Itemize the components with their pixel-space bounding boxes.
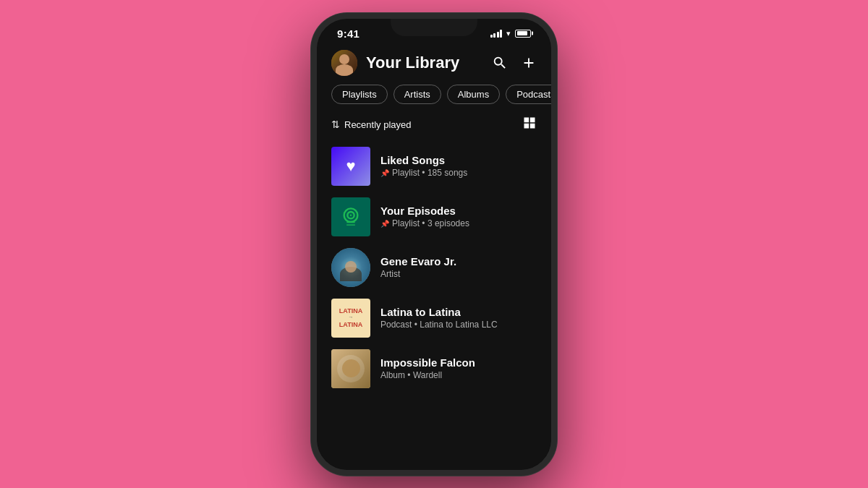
- your-episodes-name: Your Episodes: [380, 205, 537, 217]
- latina-sub: Podcast • Latina to Latina LLC: [380, 320, 537, 330]
- notch: [391, 19, 477, 36]
- impossible-falcon-meta: Album • Wardell: [380, 370, 442, 380]
- page-title: Your Library: [366, 53, 492, 72]
- impossible-falcon-art: [331, 349, 370, 388]
- signal-bars-icon: [490, 30, 503, 38]
- gene-evaro-art: [331, 248, 370, 287]
- gene-evaro-info: Gene Evaro Jr. Artist: [380, 255, 537, 279]
- latina-art-image: LATINA → LATINA: [331, 299, 370, 338]
- avatar-image: [331, 50, 357, 76]
- list-item[interactable]: LATINA → LATINA Latina to Latina Podcast…: [331, 293, 537, 343]
- library-header: Your Library: [317, 43, 551, 82]
- header-actions: [492, 55, 537, 71]
- liked-songs-art: ♥: [331, 147, 370, 186]
- heart-icon: ♥: [346, 157, 355, 176]
- status-icons: ▾: [490, 29, 532, 38]
- phone-screen: 9:41 ▾ Y: [317, 19, 551, 470]
- add-button[interactable]: [521, 55, 537, 71]
- falcon-art-image: [331, 349, 370, 388]
- status-time: 9:41: [337, 27, 359, 40]
- impossible-falcon-name: Impossible Falcon: [380, 356, 537, 369]
- filter-playlists[interactable]: Playlists: [331, 85, 388, 104]
- latina-info: Latina to Latina Podcast • Latina to Lat…: [380, 306, 537, 330]
- search-button[interactable]: [492, 55, 508, 71]
- latina-meta: Podcast • Latina to Latina LLC: [380, 320, 498, 330]
- avatar[interactable]: [331, 50, 357, 76]
- filter-row: Playlists Artists Albums Podcasts & Show…: [317, 82, 551, 113]
- filter-podcasts[interactable]: Podcasts & Shows: [506, 85, 551, 104]
- liked-songs-info: Liked Songs 📌 Playlist • 185 songs: [380, 154, 537, 178]
- your-episodes-art: [331, 197, 370, 236]
- latina-name: Latina to Latina: [380, 306, 537, 318]
- gene-evaro-sub: Artist: [380, 269, 537, 279]
- pin-icon: 📌: [380, 169, 389, 177]
- battery-icon: [515, 30, 531, 38]
- library-list: ♥ Liked Songs 📌 Playlist • 185 songs: [317, 141, 551, 470]
- sort-label[interactable]: ⇅ Recently played: [331, 119, 412, 130]
- battery-fill: [517, 31, 527, 35]
- list-item[interactable]: Your Episodes 📌 Playlist • 3 episodes: [331, 192, 537, 242]
- pin-icon: 📌: [380, 220, 389, 228]
- sort-bar: ⇅ Recently played: [317, 113, 551, 141]
- gene-art-image: [331, 248, 370, 287]
- liked-songs-sub: 📌 Playlist • 185 songs: [380, 168, 537, 178]
- screen-content: Your Library: [317, 43, 551, 470]
- latina-art: LATINA → LATINA: [331, 299, 370, 338]
- filter-artists[interactable]: Artists: [393, 85, 441, 104]
- phone-frame: 9:41 ▾ Y: [311, 13, 557, 476]
- filter-albums[interactable]: Albums: [447, 85, 500, 104]
- wifi-icon: ▾: [506, 29, 511, 38]
- list-item[interactable]: ♥ Liked Songs 📌 Playlist • 185 songs: [331, 141, 537, 192]
- liked-songs-name: Liked Songs: [380, 154, 537, 166]
- podcast-icon: [341, 207, 361, 227]
- list-item[interactable]: Gene Evaro Jr. Artist: [331, 242, 537, 293]
- impossible-falcon-info: Impossible Falcon Album • Wardell: [380, 356, 537, 380]
- your-episodes-info: Your Episodes 📌 Playlist • 3 episodes: [380, 205, 537, 228]
- sort-arrows-icon: ⇅: [331, 119, 340, 130]
- gene-evaro-meta: Artist: [380, 269, 400, 279]
- list-item[interactable]: Impossible Falcon Album • Wardell: [331, 343, 537, 394]
- impossible-falcon-sub: Album • Wardell: [380, 370, 537, 380]
- grid-view-button[interactable]: [522, 116, 537, 134]
- gene-evaro-name: Gene Evaro Jr.: [380, 255, 537, 267]
- sort-text: Recently played: [344, 119, 412, 130]
- liked-songs-meta: Playlist • 185 songs: [392, 168, 467, 178]
- your-episodes-sub: 📌 Playlist • 3 episodes: [380, 218, 537, 228]
- your-episodes-meta: Playlist • 3 episodes: [392, 218, 469, 228]
- phone-wrapper: 9:41 ▾ Y: [311, 13, 557, 476]
